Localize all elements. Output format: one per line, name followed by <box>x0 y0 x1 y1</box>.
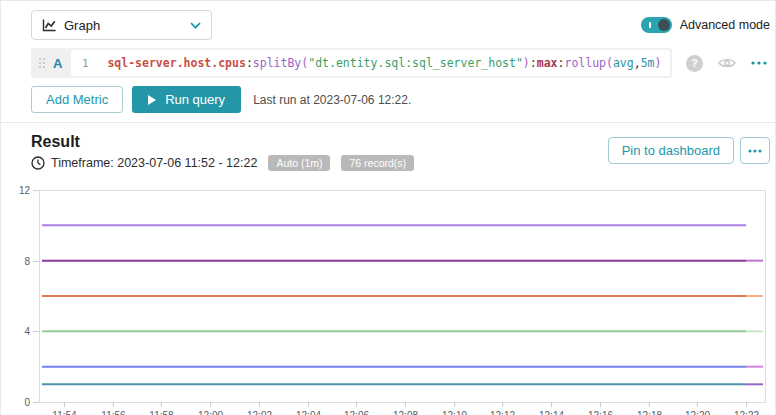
advanced-mode-label: Advanced mode <box>680 18 770 32</box>
svg-text:12:12: 12:12 <box>490 410 515 415</box>
svg-text:12:22: 12:22 <box>734 410 759 415</box>
drag-handle-icon[interactable] <box>38 56 46 70</box>
data-explorer-panel: Graph Advanced mode A 1 <box>0 0 776 415</box>
eye-icon[interactable] <box>718 57 736 69</box>
toggle-knob <box>658 19 670 31</box>
actions-row: Add Metric Run query Last run at 2023-07… <box>31 86 770 113</box>
query-letter: A <box>53 56 62 71</box>
ellipsis-icon <box>748 149 762 153</box>
header-row: Graph Advanced mode <box>1 1 775 40</box>
query-code[interactable]: sql-server.host.cpus:splitBy("dt.entity.… <box>99 56 661 70</box>
result-more-button[interactable] <box>740 137 770 164</box>
svg-text:11:56: 11:56 <box>101 410 126 415</box>
svg-text:12:16: 12:16 <box>588 410 613 415</box>
advanced-mode-control: Advanced mode <box>641 17 770 33</box>
svg-text:12:10: 12:10 <box>442 410 467 415</box>
svg-text:12:02: 12:02 <box>247 410 272 415</box>
svg-text:12:18: 12:18 <box>637 410 662 415</box>
svg-text:8: 8 <box>24 256 30 267</box>
timeframe-text: Timeframe: 2023-07-06 11:52 - 12:22 <box>51 156 257 170</box>
result-actions: Pin to dashboard <box>608 137 770 164</box>
svg-text:12:14: 12:14 <box>539 410 564 415</box>
svg-text:12:00: 12:00 <box>198 410 223 415</box>
clock-icon <box>31 156 45 170</box>
record-count-badge: 76 record(s) <box>341 155 414 171</box>
help-icon[interactable]: ? <box>686 55 703 72</box>
visualization-select-value: Graph <box>64 18 190 33</box>
svg-text:12:08: 12:08 <box>393 410 418 415</box>
result-title: Result <box>31 133 414 151</box>
run-query-label: Run query <box>165 92 225 107</box>
run-query-button[interactable]: Run query <box>132 86 241 113</box>
query-icons: ? <box>686 55 767 72</box>
chart-line-icon <box>42 19 56 32</box>
query-editor[interactable]: 1 sql-server.host.cpus:splitBy("dt.entit… <box>71 50 670 76</box>
chevron-down-icon <box>190 22 201 29</box>
result-header: Result Timeframe: 2023-07-06 11:52 - 12:… <box>1 123 775 171</box>
svg-text:12: 12 <box>19 185 31 196</box>
query-row: A 1 sql-server.host.cpus:splitBy("dt.ent… <box>31 48 770 78</box>
toggle-on-mark <box>649 22 651 28</box>
last-run-text: Last run at 2023-07-06 12:22. <box>253 93 411 107</box>
advanced-mode-toggle[interactable] <box>641 17 672 33</box>
resolution-badge: Auto (1m) <box>268 155 330 171</box>
query-more-icon[interactable] <box>751 61 767 65</box>
timeframe-row: Timeframe: 2023-07-06 11:52 - 12:22 Auto… <box>31 155 414 171</box>
result-info: Result Timeframe: 2023-07-06 11:52 - 12:… <box>31 133 414 171</box>
svg-text:11:58: 11:58 <box>149 410 174 415</box>
svg-text:12:06: 12:06 <box>344 410 369 415</box>
svg-text:0: 0 <box>24 397 30 408</box>
svg-text:11:54: 11:54 <box>52 410 77 415</box>
pin-to-dashboard-button[interactable]: Pin to dashboard <box>608 137 734 164</box>
play-icon <box>148 95 156 105</box>
visualization-select[interactable]: Graph <box>31 10 212 40</box>
svg-text:12:04: 12:04 <box>296 410 321 415</box>
svg-text:12:20: 12:20 <box>685 410 710 415</box>
svg-text:4: 4 <box>24 326 30 337</box>
line-number: 1 <box>71 57 99 70</box>
result-chart[interactable]: 0481211:5411:5611:5812:0012:0212:0412:06… <box>1 179 775 415</box>
query-editor-row: A 1 sql-server.host.cpus:splitBy("dt.ent… <box>31 48 672 78</box>
add-metric-button[interactable]: Add Metric <box>31 86 123 113</box>
